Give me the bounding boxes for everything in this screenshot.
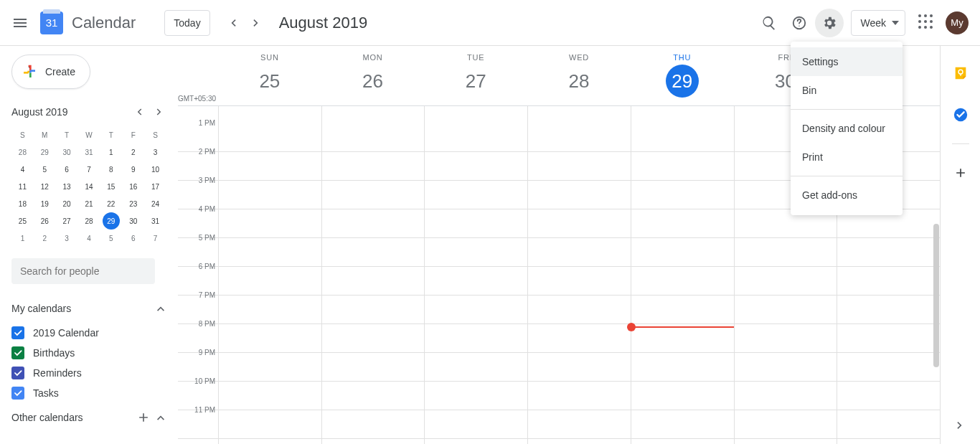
hour-row[interactable]: 9 PM [178,353,940,382]
mini-date-cell[interactable]: 11 [14,178,31,195]
other-calendars-toggle[interactable]: Other calendars [11,406,178,429]
addons-button[interactable] [946,159,975,187]
hour-row[interactable]: 5 PM [178,238,940,267]
hour-row[interactable]: 8 PM [178,324,940,353]
mini-date-cell[interactable]: 30 [58,143,75,161]
google-apps-button[interactable] [913,9,941,37]
mini-date-cell[interactable]: 29 [103,212,120,230]
mini-date-cell[interactable]: 2 [125,143,142,161]
support-button[interactable] [785,9,814,37]
vertical-scrollbar[interactable] [933,109,940,444]
calendar-checkbox[interactable] [11,326,24,339]
mini-date-cell[interactable]: 24 [147,195,164,212]
mini-date-cell[interactable]: 14 [80,178,98,195]
mini-date-cell[interactable]: 19 [36,195,53,212]
mini-date-cell[interactable]: 1 [14,230,31,247]
settings-menu-item[interactable]: Print [791,143,903,171]
mini-date-cell[interactable]: 2 [36,230,53,247]
mini-date-cell[interactable]: 22 [103,195,120,212]
create-button[interactable]: Create [11,55,90,89]
settings-menu-item[interactable]: Get add-ons [791,181,903,209]
mini-date-cell[interactable]: 17 [147,178,164,195]
mini-date-cell[interactable]: 16 [125,178,142,195]
mini-date-cell[interactable]: 4 [14,161,31,178]
mini-date-cell[interactable]: 7 [80,161,98,178]
mini-date-cell[interactable]: 5 [103,230,120,247]
gear-icon [821,15,837,31]
calendar-checkbox[interactable] [11,367,24,379]
settings-menu-item[interactable]: Settings [791,47,903,76]
calendar-checkbox[interactable] [11,387,24,400]
mini-date-cell[interactable]: 3 [58,230,75,247]
mini-date-cell[interactable]: 18 [14,195,31,212]
mini-date-cell[interactable]: 7 [147,230,164,247]
mini-date-cell[interactable]: 4 [80,230,98,247]
hide-side-panel-button[interactable] [948,414,971,437]
plus-icon[interactable] [136,410,151,425]
mini-date-cell[interactable]: 23 [125,195,142,212]
day-header[interactable]: WED28 [527,46,631,105]
mini-date-cell[interactable]: 1 [103,143,120,161]
mini-date-cell[interactable]: 6 [58,161,75,178]
mini-date-cell[interactable]: 29 [36,143,53,161]
view-select-label: Week [860,17,886,29]
mini-date-cell[interactable]: 25 [14,212,31,230]
day-header[interactable]: THU29 [631,46,734,105]
day-header-dow: SUN [260,53,279,62]
calendar-item[interactable]: Reminders [11,363,178,383]
mini-date-cell[interactable]: 26 [36,212,53,230]
mini-date-cell[interactable]: 6 [125,230,142,247]
view-select-dropdown[interactable]: Week [851,10,905,36]
calendar-checkbox[interactable] [11,346,24,359]
keep-button[interactable] [946,59,975,88]
tasks-button[interactable] [946,100,975,129]
mini-date-cell[interactable]: 27 [58,212,75,230]
hamburger-menu-button[interactable] [6,9,34,37]
day-header[interactable]: SUN25 [218,46,321,105]
calendar-item[interactable]: Birthdays [11,343,178,363]
mini-date-cell[interactable]: 10 [147,161,164,178]
account-avatar[interactable]: My [946,11,969,34]
prev-week-button[interactable] [222,11,245,34]
mini-date-cell[interactable]: 8 [103,161,120,178]
day-header[interactable]: MON26 [321,46,425,105]
chevron-up-icon [154,301,168,316]
mini-date-cell[interactable]: 30 [125,212,142,230]
check-icon [13,368,23,378]
chevron-up-icon [154,410,168,425]
scroll-thumb[interactable] [933,224,939,367]
calendar-item[interactable]: Tasks [11,383,178,403]
today-button[interactable]: Today [164,10,209,36]
mini-date-cell[interactable]: 15 [103,178,120,195]
settings-menu-item[interactable]: Bin [791,76,903,105]
mini-date-cell[interactable]: 3 [147,143,164,161]
mini-date-cell[interactable]: 31 [80,143,98,161]
mini-date-cell[interactable]: 13 [58,178,75,195]
mini-date-cell[interactable]: 28 [80,212,98,230]
search-people-field[interactable] [11,258,155,284]
mini-date-cell[interactable]: 21 [80,195,98,212]
current-time-indicator [631,326,734,328]
day-header[interactable]: TUE27 [424,46,527,105]
mini-dow-cell: F [125,126,142,143]
mini-prev-month-button[interactable] [129,102,149,122]
next-week-button[interactable] [245,11,268,34]
search-people-input[interactable] [20,265,146,277]
chevron-right-icon [249,16,263,30]
settings-button[interactable] [815,9,844,37]
settings-menu-item[interactable]: Density and colour [791,114,903,143]
mini-date-cell[interactable]: 12 [36,178,53,195]
my-calendars-toggle[interactable]: My calendars [11,297,178,320]
calendar-item[interactable]: 2019 Calendar [11,323,178,343]
mini-next-month-button[interactable] [149,102,169,122]
hour-row[interactable]: 10 PM [178,382,940,410]
mini-date-cell[interactable]: 28 [14,143,31,161]
mini-date-cell[interactable]: 31 [147,212,164,230]
hour-row[interactable]: 11 PM [178,410,940,439]
mini-date-cell[interactable]: 20 [58,195,75,212]
search-button[interactable] [755,9,783,37]
mini-date-cell[interactable]: 9 [125,161,142,178]
hour-row[interactable]: 6 PM [178,267,940,296]
hour-row[interactable]: 7 PM [178,296,940,324]
mini-date-cell[interactable]: 5 [36,161,53,178]
